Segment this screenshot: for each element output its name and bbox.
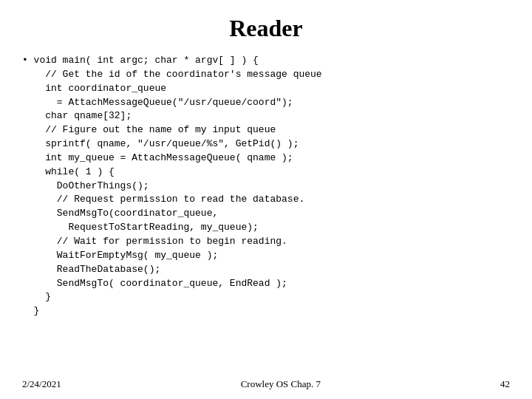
- footer-center: Crowley OS Chap. 7: [241, 378, 321, 390]
- footer-page: 42: [500, 378, 510, 390]
- code-content: • void main( int argc; char * argv[ ] ) …: [22, 54, 510, 318]
- slide: Reader • void main( int argc; char * arg…: [0, 0, 532, 399]
- footer: 2/24/2021 Crowley OS Chap. 7 42: [0, 378, 532, 390]
- footer-date: 2/24/2021: [22, 378, 61, 390]
- slide-title: Reader: [22, 15, 510, 42]
- code-block: • void main( int argc; char * argv[ ] ) …: [22, 54, 510, 318]
